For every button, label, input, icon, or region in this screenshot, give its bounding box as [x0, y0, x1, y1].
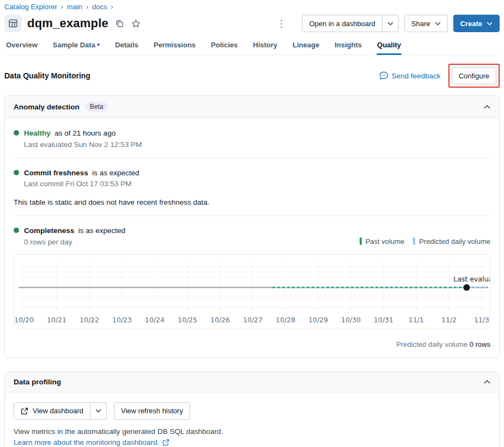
- tab-overview[interactable]: Overview: [5, 40, 38, 54]
- commit-freshness-label: Commit freshness: [24, 169, 88, 177]
- chevron-up-icon: [484, 105, 490, 109]
- open-in-dashboard-split-button: Open in a dashboard: [302, 15, 398, 32]
- static-table-note: This table is static and does not have r…: [14, 198, 490, 206]
- collapse-button[interactable]: [484, 379, 490, 384]
- svg-text:10/30: 10/30: [341, 316, 361, 324]
- tab-permissions[interactable]: Permissions: [153, 40, 196, 54]
- svg-text:10/29: 10/29: [308, 316, 328, 324]
- anomaly-detection-body: Healthy as of 21 hours ago Last evaluate…: [5, 118, 499, 357]
- data-profiling-title: Data profiling: [14, 378, 61, 386]
- breadcrumb-main[interactable]: main: [67, 3, 82, 11]
- view-dashboard-caret-button[interactable]: [90, 402, 107, 420]
- copy-icon[interactable]: [115, 19, 124, 28]
- share-button[interactable]: Share: [404, 15, 448, 32]
- freshness-suffix: is as expected: [92, 169, 139, 177]
- rows-per-day-text: 0 rows per day: [24, 238, 125, 246]
- svg-text:10/20: 10/20: [15, 316, 34, 324]
- past-volume-swatch: [360, 237, 362, 245]
- view-dashboard-split-button: View dashboard: [14, 402, 107, 420]
- anomaly-detection-header[interactable]: Anomaly detection Beta: [5, 96, 499, 118]
- svg-text:10/31: 10/31: [374, 316, 393, 324]
- health-status-line: Healthy as of 21 hours ago: [24, 128, 142, 139]
- data-profiling-body: View dashboard View refresh history View…: [5, 393, 499, 447]
- commit-freshness-item: Commit freshness is as expected Last com…: [14, 168, 490, 188]
- new-indicator-dot: •: [97, 40, 100, 49]
- chevron-up-icon: [484, 379, 490, 384]
- legend-past-volume: Past volume: [360, 237, 405, 246]
- entity-tabs: Overview Sample Data• Details Permission…: [4, 40, 500, 55]
- tab-details[interactable]: Details: [114, 40, 139, 54]
- completeness-status-dot: [14, 228, 19, 233]
- external-link-icon: [162, 439, 169, 446]
- quality-section-header: Data Quality Monitoring Send feedback Co…: [4, 64, 500, 88]
- svg-text:10/28: 10/28: [276, 316, 295, 324]
- completeness-item: Completeness is as expected 0 rows per d…: [14, 225, 125, 246]
- open-in-dashboard-button[interactable]: Open in a dashboard: [302, 15, 382, 32]
- tab-sample-data[interactable]: Sample Data•: [52, 40, 100, 54]
- section-title: Data Quality Monitoring: [4, 71, 90, 80]
- completeness-status-line: Completeness is as expected: [24, 225, 125, 236]
- tab-quality[interactable]: Quality: [377, 40, 402, 54]
- configure-button[interactable]: Configure: [452, 67, 496, 84]
- section-actions: Send feedback Configure: [379, 64, 500, 88]
- svg-text:11/2: 11/2: [441, 316, 457, 324]
- entity-header: dqm_example ⋮ Open in a dashboard Share: [4, 15, 500, 32]
- svg-text:Last evaluated: Last evaluated: [453, 275, 490, 283]
- breadcrumb-separator: ›: [86, 3, 88, 11]
- predicted-volume-footer: Predicted daily volume 0 rows: [14, 340, 490, 348]
- breadcrumb-separator: ›: [61, 3, 63, 11]
- predicted-volume-label: Predicted daily volume: [419, 237, 490, 246]
- header-actions: ⋮ Open in a dashboard Share Create: [273, 15, 500, 32]
- predicted-volume-swatch: [413, 237, 415, 245]
- last-commit-text: Last commit Fri Oct 17 03:53 PM: [24, 180, 139, 188]
- health-status-item: Healthy as of 21 hours ago Last evaluate…: [14, 128, 490, 149]
- external-link-icon: [21, 407, 28, 415]
- predicted-volume-footer-label: Predicted daily volume: [396, 340, 467, 348]
- volume-chart-container: Last evaluated10/2010/2110/2210/2310/241…: [14, 254, 490, 329]
- tab-insights[interactable]: Insights: [334, 40, 362, 54]
- breadcrumb: Catalog Explorer › main › docs ›: [4, 2, 500, 11]
- create-button-label: Create: [460, 20, 482, 28]
- send-feedback-label: Send feedback: [392, 72, 441, 80]
- catalog-explorer-page: Catalog Explorer › main › docs › dqm_exa…: [0, 0, 504, 447]
- completeness-label: Completeness: [24, 226, 74, 235]
- annotation-highlight-red-box: Configure: [448, 64, 500, 88]
- chevron-down-icon: [387, 22, 393, 26]
- tab-lineage[interactable]: Lineage: [292, 40, 320, 54]
- completeness-row: Completeness is as expected 0 rows per d…: [14, 225, 490, 246]
- svg-text:11/1: 11/1: [409, 316, 424, 324]
- open-in-dashboard-caret-button[interactable]: [382, 15, 399, 32]
- svg-text:11/3: 11/3: [474, 316, 489, 324]
- view-dashboard-button[interactable]: View dashboard: [14, 402, 90, 420]
- collapse-button[interactable]: [484, 105, 490, 109]
- breadcrumb-docs[interactable]: docs: [92, 3, 107, 11]
- healthy-suffix: as of 21 hours ago: [54, 129, 116, 137]
- svg-text:10/21: 10/21: [47, 316, 66, 324]
- tab-sample-data-label: Sample Data: [53, 41, 95, 49]
- profiling-description: View metrics in the automatically genera…: [14, 427, 490, 436]
- freshness-status-dot: [14, 170, 19, 175]
- data-profiling-card: Data profiling View dashboard: [4, 371, 500, 447]
- beta-badge: Beta: [85, 102, 108, 112]
- chart-legend: Past volume Predicted daily volume: [360, 237, 490, 246]
- healthy-label: Healthy: [24, 129, 51, 137]
- divider: [14, 158, 490, 158]
- data-profiling-header[interactable]: Data profiling: [5, 372, 499, 393]
- chevron-down-icon: [435, 22, 441, 26]
- anomaly-detection-title: Anomaly detection: [14, 103, 80, 111]
- last-evaluated-text: Last evaluated Sun Nov 2 12:53 PM: [24, 140, 142, 149]
- star-icon[interactable]: [131, 19, 141, 29]
- feedback-bubble-icon: [379, 71, 388, 80]
- send-feedback-link[interactable]: Send feedback: [379, 71, 441, 80]
- divider: [14, 216, 490, 216]
- legend-predicted-volume: Predicted daily volume: [413, 237, 490, 246]
- tab-history[interactable]: History: [252, 40, 278, 54]
- svg-text:10/22: 10/22: [80, 316, 99, 324]
- tab-policies[interactable]: Policies: [210, 40, 238, 54]
- view-refresh-history-button[interactable]: View refresh history: [114, 402, 190, 420]
- create-button[interactable]: Create: [453, 15, 500, 32]
- svg-text:10/26: 10/26: [210, 316, 230, 324]
- kebab-icon[interactable]: ⋮: [273, 19, 289, 28]
- learn-more-link[interactable]: Learn more about the monitoring dashboar…: [14, 438, 169, 446]
- breadcrumb-catalog-explorer[interactable]: Catalog Explorer: [4, 3, 57, 11]
